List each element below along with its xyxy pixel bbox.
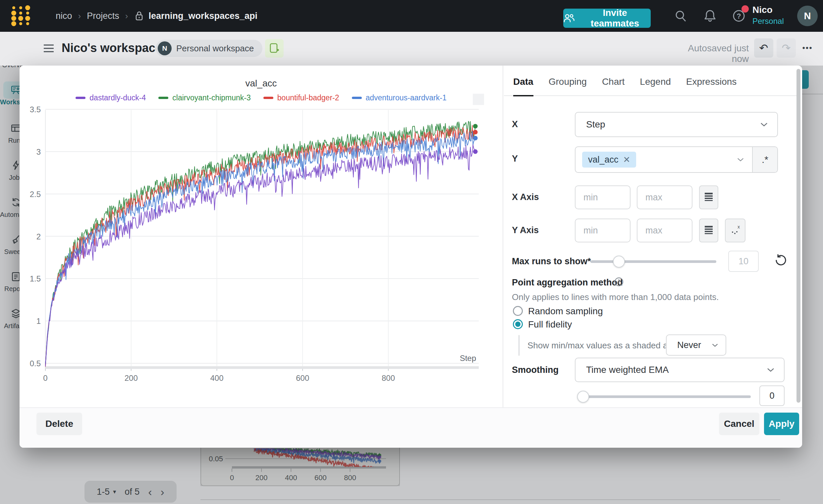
svg-text:3: 3 (36, 147, 41, 156)
smoothing-label: Smoothing (512, 365, 558, 375)
smoothing-select[interactable]: Time weighted EMA (575, 357, 785, 382)
legend-item[interactable]: clairvoyant-chipmunk-3 (158, 93, 251, 102)
settings-scrollbar[interactable] (797, 69, 801, 403)
svg-text:200: 200 (125, 373, 138, 383)
random-sampling-label[interactable]: Random sampling (528, 306, 603, 316)
modal-footer: Delete Cancel Apply (20, 407, 802, 448)
invite-teammates-button[interactable]: Invite teammates (563, 9, 651, 28)
chevron-down-icon (737, 157, 744, 162)
lock-icon (134, 10, 144, 21)
reset-max-runs-button[interactable] (773, 253, 789, 269)
user-scope: Personal (753, 17, 792, 26)
logo-dot (25, 5, 30, 10)
workspace-owner-avatar: N (158, 41, 172, 55)
svg-text:1: 1 (36, 316, 41, 325)
svg-text:0: 0 (43, 373, 47, 383)
search-icon[interactable] (674, 9, 688, 24)
user-avatar[interactable]: N (797, 6, 818, 26)
breadcrumb-projects[interactable]: Projects (87, 11, 119, 21)
smoothing-amount-value[interactable]: 0 (760, 386, 785, 406)
logo-dot (18, 16, 23, 21)
user-name: Nico (753, 5, 792, 15)
y-metric-chip-label: val_acc (588, 155, 619, 165)
max-runs-slider-thumb[interactable] (613, 256, 625, 268)
y-metric-chip[interactable]: val_acc ✕ (582, 152, 636, 168)
legend-item[interactable]: adventurous-aardvark-1 (352, 93, 447, 102)
logo-dot (25, 16, 30, 21)
caret-down-icon: ▾ (113, 488, 116, 495)
point-agg-title: Point aggregation method (512, 277, 623, 288)
y-axis-min-input[interactable] (575, 219, 631, 242)
outliers-icon: x (729, 224, 741, 237)
tab-legend[interactable]: Legend (640, 76, 671, 96)
tab-expressions[interactable]: Expressions (686, 76, 737, 96)
logo-dot (12, 6, 15, 9)
legend-item[interactable]: dastardly-duck-4 (75, 93, 146, 102)
logo-dot (11, 11, 16, 16)
svg-text:?: ? (736, 12, 741, 20)
panel-pagination: 1-5 ▾ of 5 ‹ › (85, 481, 177, 503)
indent-bar (518, 335, 519, 356)
info-icon[interactable] (614, 277, 624, 288)
val-acc-line-chart[interactable]: 0.511.522.533.50200400600800Step (20, 103, 503, 407)
y-axis-outliers-button[interactable]: x (725, 219, 746, 242)
x-metric-value: Step (586, 119, 760, 130)
wandb-logo-icon[interactable] (11, 5, 32, 26)
hamburger-menu-icon[interactable] (42, 43, 55, 55)
more-options-button[interactable]: ••• (797, 38, 818, 58)
y-metric-input[interactable]: val_acc ✕ .* (575, 147, 778, 173)
remove-metric-icon[interactable]: ✕ (623, 155, 631, 165)
undo-button[interactable]: ↶ (754, 38, 773, 58)
legend-swatch (264, 97, 273, 99)
tab-grouping[interactable]: Grouping (549, 76, 587, 96)
svg-text:x: x (737, 224, 740, 230)
apply-button[interactable]: Apply (764, 413, 799, 435)
breadcrumb-project[interactable]: learning_workspaces_api (148, 11, 258, 21)
workspace-badge-label: Personal workspace (176, 43, 254, 54)
y-axis-max-input[interactable] (637, 219, 692, 242)
x-metric-select[interactable]: Step (575, 112, 778, 137)
svg-text:2.5: 2.5 (30, 190, 41, 199)
legend-item[interactable]: bountiful-badger-2 (264, 93, 339, 102)
user-menu[interactable]: Nico Personal (753, 5, 792, 26)
logo-dot (19, 22, 22, 25)
chevron-down-icon (767, 367, 775, 372)
tab-data[interactable]: Data (513, 76, 533, 96)
y-axis-label: Y Axis (512, 225, 539, 235)
save-view-button[interactable] (265, 39, 284, 58)
legend-run-name: bountiful-badger-2 (277, 93, 339, 102)
notifications-bell-icon[interactable] (703, 9, 717, 24)
x-axis-label: X Axis (512, 192, 539, 202)
top-navbar: nico › Projects › learning_workspaces_ap… (0, 0, 823, 32)
delete-button[interactable]: Delete (36, 413, 82, 435)
svg-text:Step: Step (460, 354, 476, 362)
y-axis-log-scale-button[interactable] (699, 219, 718, 242)
cancel-button[interactable]: Cancel (719, 413, 760, 435)
regex-toggle-button[interactable]: .* (752, 147, 777, 172)
redo-button[interactable]: ↷ (777, 38, 796, 58)
max-runs-value[interactable]: 10 (728, 251, 759, 272)
pagination-next-button[interactable]: › (161, 485, 164, 498)
random-sampling-radio[interactable] (513, 306, 523, 316)
full-fidelity-radio[interactable] (513, 319, 523, 329)
logo-dot (26, 12, 29, 15)
minmax-shaded-select[interactable]: Never (666, 334, 726, 356)
x-axis-log-scale-button[interactable] (699, 186, 718, 209)
personal-workspace-badge[interactable]: N Personal workspace (156, 40, 263, 57)
full-fidelity-label[interactable]: Full fidelity (528, 319, 572, 330)
smoothing-slider-track[interactable] (581, 396, 751, 398)
breadcrumb-org[interactable]: nico (56, 11, 72, 21)
save-view-icon (269, 43, 280, 54)
tab-chart[interactable]: Chart (602, 76, 625, 96)
y-field-label: Y (512, 154, 518, 164)
pagination-range-dropdown[interactable]: 1-5 ▾ (97, 487, 116, 497)
x-axis-min-input[interactable] (575, 186, 631, 209)
smoothing-slider-thumb[interactable] (577, 391, 589, 403)
log-scale-icon (704, 192, 713, 203)
max-runs-slider-track[interactable] (591, 260, 716, 263)
legend-swatch (352, 97, 362, 99)
pagination-prev-button[interactable]: ‹ (148, 485, 152, 498)
legend-swatch (75, 97, 86, 99)
x-axis-max-input[interactable] (637, 186, 692, 209)
svg-text:800: 800 (382, 373, 395, 383)
